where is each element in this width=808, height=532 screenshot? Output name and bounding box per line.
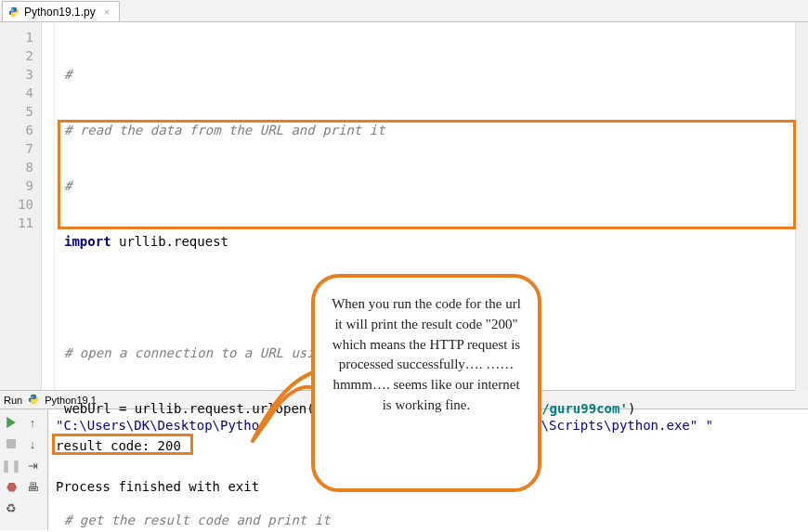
step-down-icon[interactable]: ↓ (23, 435, 42, 453)
rerun-button[interactable] (2, 413, 20, 432)
svg-rect-0 (7, 439, 16, 448)
stop-button[interactable] (2, 435, 20, 453)
python-file-icon (8, 6, 20, 18)
run-label: Run (4, 395, 22, 406)
file-tab[interactable]: Python19.1.py × (2, 1, 120, 21)
tab-filename: Python19.1.py (24, 6, 96, 19)
wrap-icon[interactable]: ⇥ (23, 456, 42, 474)
python-run-icon (28, 394, 39, 407)
exit-button[interactable]: ⬣ (2, 477, 20, 496)
callout-text: When you run the code for the url it wil… (332, 296, 521, 412)
vertical-scrollbar[interactable] (795, 22, 808, 391)
console-toolbar: ↑ ↓ ❚❚ ⇥ ⬣ 🖶 ♻ (0, 409, 48, 530)
line-number-gutter: 123 456 789 1011 (0, 22, 42, 390)
print-icon[interactable]: 🖶 (23, 477, 42, 496)
annotation-callout: When you run the code for the url it wil… (311, 274, 541, 492)
fold-strip (42, 22, 55, 390)
pause-button[interactable]: ❚❚ (2, 456, 20, 474)
trash-icon[interactable]: ♻ (2, 499, 20, 517)
step-up-icon[interactable]: ↑ (23, 413, 42, 432)
editor-tab-bar: Python19.1.py × (0, 0, 808, 22)
close-tab-icon[interactable]: × (104, 6, 110, 18)
